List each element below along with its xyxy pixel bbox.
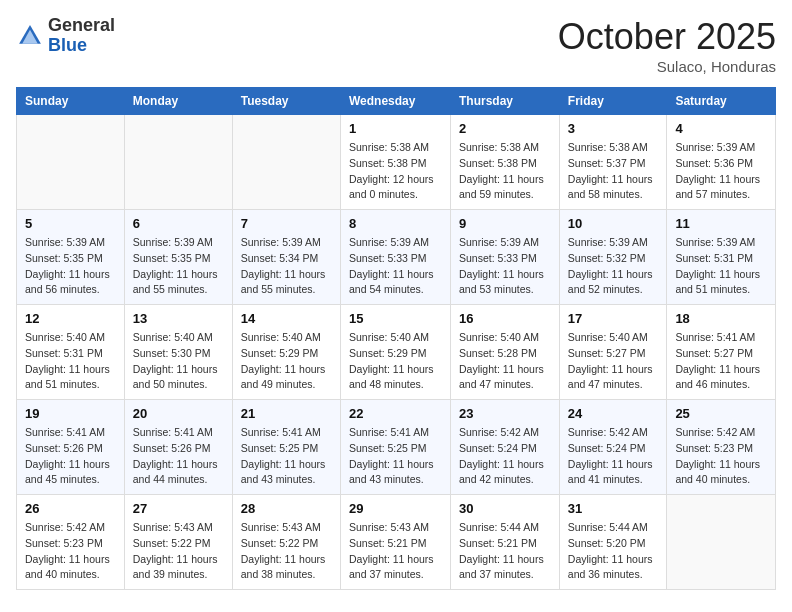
day-number: 19	[25, 406, 116, 421]
daylight-text: Daylight: 11 hours and 47 minutes.	[459, 362, 551, 394]
sunrise-text: Sunrise: 5:38 AM	[568, 140, 659, 156]
day-number: 24	[568, 406, 659, 421]
daylight-text: Daylight: 12 hours and 0 minutes.	[349, 172, 442, 204]
day-cell-0-1	[124, 115, 232, 210]
day-number: 29	[349, 501, 442, 516]
sunset-text: Sunset: 5:22 PM	[133, 536, 224, 552]
sunrise-text: Sunrise: 5:39 AM	[25, 235, 116, 251]
sunset-text: Sunset: 5:38 PM	[459, 156, 551, 172]
sunrise-text: Sunrise: 5:44 AM	[459, 520, 551, 536]
daylight-text: Daylight: 11 hours and 37 minutes.	[459, 552, 551, 584]
day-info: Sunrise: 5:40 AMSunset: 5:29 PMDaylight:…	[241, 330, 332, 393]
day-info: Sunrise: 5:42 AMSunset: 5:23 PMDaylight:…	[25, 520, 116, 583]
week-row-2: 5Sunrise: 5:39 AMSunset: 5:35 PMDaylight…	[17, 210, 776, 305]
sunrise-text: Sunrise: 5:39 AM	[241, 235, 332, 251]
day-cell-2-2: 14Sunrise: 5:40 AMSunset: 5:29 PMDayligh…	[232, 305, 340, 400]
day-cell-4-3: 29Sunrise: 5:43 AMSunset: 5:21 PMDayligh…	[340, 495, 450, 590]
day-number: 4	[675, 121, 767, 136]
sunrise-text: Sunrise: 5:41 AM	[349, 425, 442, 441]
sunset-text: Sunset: 5:21 PM	[459, 536, 551, 552]
day-number: 18	[675, 311, 767, 326]
week-row-1: 1Sunrise: 5:38 AMSunset: 5:38 PMDaylight…	[17, 115, 776, 210]
sunrise-text: Sunrise: 5:43 AM	[241, 520, 332, 536]
day-cell-1-2: 7Sunrise: 5:39 AMSunset: 5:34 PMDaylight…	[232, 210, 340, 305]
day-cell-3-6: 25Sunrise: 5:42 AMSunset: 5:23 PMDayligh…	[667, 400, 776, 495]
header-sunday: Sunday	[17, 88, 125, 115]
daylight-text: Daylight: 11 hours and 56 minutes.	[25, 267, 116, 299]
day-cell-4-5: 31Sunrise: 5:44 AMSunset: 5:20 PMDayligh…	[559, 495, 667, 590]
day-info: Sunrise: 5:40 AMSunset: 5:27 PMDaylight:…	[568, 330, 659, 393]
daylight-text: Daylight: 11 hours and 43 minutes.	[349, 457, 442, 489]
title-area: October 2025 Sulaco, Honduras	[558, 16, 776, 75]
day-cell-0-3: 1Sunrise: 5:38 AMSunset: 5:38 PMDaylight…	[340, 115, 450, 210]
daylight-text: Daylight: 11 hours and 51 minutes.	[25, 362, 116, 394]
day-cell-0-6: 4Sunrise: 5:39 AMSunset: 5:36 PMDaylight…	[667, 115, 776, 210]
day-cell-4-2: 28Sunrise: 5:43 AMSunset: 5:22 PMDayligh…	[232, 495, 340, 590]
day-info: Sunrise: 5:39 AMSunset: 5:36 PMDaylight:…	[675, 140, 767, 203]
sunrise-text: Sunrise: 5:40 AM	[568, 330, 659, 346]
day-number: 21	[241, 406, 332, 421]
daylight-text: Daylight: 11 hours and 49 minutes.	[241, 362, 332, 394]
day-info: Sunrise: 5:39 AMSunset: 5:35 PMDaylight:…	[133, 235, 224, 298]
daylight-text: Daylight: 11 hours and 51 minutes.	[675, 267, 767, 299]
day-info: Sunrise: 5:40 AMSunset: 5:30 PMDaylight:…	[133, 330, 224, 393]
sunset-text: Sunset: 5:26 PM	[25, 441, 116, 457]
day-number: 16	[459, 311, 551, 326]
sunrise-text: Sunrise: 5:39 AM	[568, 235, 659, 251]
sunrise-text: Sunrise: 5:40 AM	[133, 330, 224, 346]
logo-icon	[16, 22, 44, 50]
sunset-text: Sunset: 5:36 PM	[675, 156, 767, 172]
day-info: Sunrise: 5:40 AMSunset: 5:28 PMDaylight:…	[459, 330, 551, 393]
sunset-text: Sunset: 5:32 PM	[568, 251, 659, 267]
sunset-text: Sunset: 5:20 PM	[568, 536, 659, 552]
sunrise-text: Sunrise: 5:40 AM	[241, 330, 332, 346]
sunset-text: Sunset: 5:26 PM	[133, 441, 224, 457]
day-number: 1	[349, 121, 442, 136]
day-number: 3	[568, 121, 659, 136]
day-info: Sunrise: 5:42 AMSunset: 5:24 PMDaylight:…	[459, 425, 551, 488]
sunset-text: Sunset: 5:34 PM	[241, 251, 332, 267]
daylight-text: Daylight: 11 hours and 58 minutes.	[568, 172, 659, 204]
day-cell-4-1: 27Sunrise: 5:43 AMSunset: 5:22 PMDayligh…	[124, 495, 232, 590]
day-number: 9	[459, 216, 551, 231]
day-cell-0-0	[17, 115, 125, 210]
daylight-text: Daylight: 11 hours and 55 minutes.	[241, 267, 332, 299]
sunrise-text: Sunrise: 5:39 AM	[133, 235, 224, 251]
sunrise-text: Sunrise: 5:41 AM	[241, 425, 332, 441]
day-cell-3-1: 20Sunrise: 5:41 AMSunset: 5:26 PMDayligh…	[124, 400, 232, 495]
sunset-text: Sunset: 5:29 PM	[349, 346, 442, 362]
daylight-text: Daylight: 11 hours and 54 minutes.	[349, 267, 442, 299]
daylight-text: Daylight: 11 hours and 40 minutes.	[25, 552, 116, 584]
day-number: 14	[241, 311, 332, 326]
daylight-text: Daylight: 11 hours and 50 minutes.	[133, 362, 224, 394]
sunset-text: Sunset: 5:31 PM	[675, 251, 767, 267]
day-cell-4-0: 26Sunrise: 5:42 AMSunset: 5:23 PMDayligh…	[17, 495, 125, 590]
sunset-text: Sunset: 5:33 PM	[459, 251, 551, 267]
sunset-text: Sunset: 5:27 PM	[675, 346, 767, 362]
day-number: 23	[459, 406, 551, 421]
location-subtitle: Sulaco, Honduras	[558, 58, 776, 75]
header-monday: Monday	[124, 88, 232, 115]
day-info: Sunrise: 5:38 AMSunset: 5:38 PMDaylight:…	[349, 140, 442, 203]
day-number: 30	[459, 501, 551, 516]
day-number: 25	[675, 406, 767, 421]
day-info: Sunrise: 5:43 AMSunset: 5:22 PMDaylight:…	[133, 520, 224, 583]
daylight-text: Daylight: 11 hours and 44 minutes.	[133, 457, 224, 489]
day-info: Sunrise: 5:39 AMSunset: 5:31 PMDaylight:…	[675, 235, 767, 298]
sunset-text: Sunset: 5:29 PM	[241, 346, 332, 362]
day-cell-0-2	[232, 115, 340, 210]
sunrise-text: Sunrise: 5:38 AM	[459, 140, 551, 156]
sunrise-text: Sunrise: 5:43 AM	[133, 520, 224, 536]
day-cell-2-4: 16Sunrise: 5:40 AMSunset: 5:28 PMDayligh…	[451, 305, 560, 400]
sunrise-text: Sunrise: 5:42 AM	[675, 425, 767, 441]
sunset-text: Sunset: 5:25 PM	[241, 441, 332, 457]
day-info: Sunrise: 5:41 AMSunset: 5:26 PMDaylight:…	[25, 425, 116, 488]
day-cell-2-6: 18Sunrise: 5:41 AMSunset: 5:27 PMDayligh…	[667, 305, 776, 400]
day-info: Sunrise: 5:39 AMSunset: 5:33 PMDaylight:…	[459, 235, 551, 298]
day-info: Sunrise: 5:44 AMSunset: 5:20 PMDaylight:…	[568, 520, 659, 583]
sunrise-text: Sunrise: 5:41 AM	[675, 330, 767, 346]
day-info: Sunrise: 5:39 AMSunset: 5:35 PMDaylight:…	[25, 235, 116, 298]
sunrise-text: Sunrise: 5:44 AM	[568, 520, 659, 536]
day-number: 31	[568, 501, 659, 516]
header-wednesday: Wednesday	[340, 88, 450, 115]
